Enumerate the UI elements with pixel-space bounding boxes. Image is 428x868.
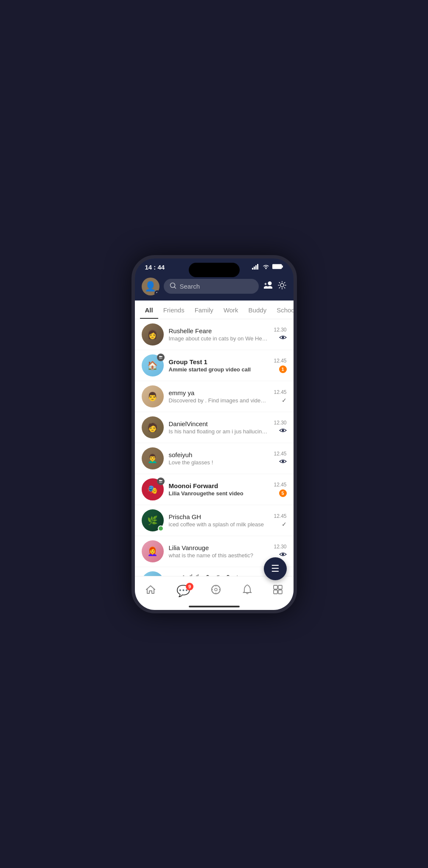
chat-time: 12.45 xyxy=(274,358,286,364)
group-badge xyxy=(157,478,165,485)
svg-point-4 xyxy=(265,268,266,269)
tab-all[interactable]: All xyxy=(140,301,158,319)
chat-name: sofeiyuh xyxy=(169,451,269,458)
chat-content: Lilia Vanrouge what is the name of this … xyxy=(169,544,269,559)
chat-time: 12.30 xyxy=(274,327,286,333)
chat-item-3[interactable]: 👨 emmy ya Discovered by . Find images an… xyxy=(135,381,294,412)
chat-name: Group Test 1 xyxy=(169,358,269,365)
avatar: 👩‍🦰 xyxy=(142,540,164,562)
grid-icon xyxy=(273,584,283,597)
avatar: 👨‍🦱 xyxy=(142,447,164,469)
svg-rect-6 xyxy=(282,265,283,267)
phone-frame: 14 : 44 xyxy=(131,255,297,613)
eye-icon xyxy=(279,458,287,466)
messages-badge: 9 xyxy=(186,583,193,590)
header-actions xyxy=(263,281,287,292)
avatar-wrap: 🧑 xyxy=(142,416,164,438)
chat-preview: Image about cute in cats by on We Heart … xyxy=(169,335,269,342)
svg-rect-2 xyxy=(255,265,257,270)
tab-buddy[interactable]: Buddy xyxy=(243,301,272,319)
chat-content: Prischa GH iced coffee with a splash of … xyxy=(169,513,269,528)
chat-item-6[interactable]: 🎭 Moonoi Forward Lilia Vanrougethe sent … xyxy=(135,474,294,505)
chat-item-4[interactable]: 🧑 DanielVincent Is his hand floating or … xyxy=(135,412,294,443)
chat-meta: 12.45 1 xyxy=(274,358,286,373)
chat-list: 👩 Rushelle Feare Image about cute in cat… xyxy=(135,319,294,586)
avatar: 🧑 xyxy=(142,416,164,438)
chat-meta: 12.45 ✓ xyxy=(274,389,286,404)
nav-item-home[interactable] xyxy=(145,584,156,597)
tab-school[interactable]: School xyxy=(271,301,293,319)
avatar-dropdown-icon[interactable]: ▼ xyxy=(154,290,159,295)
chat-time: 12.45 xyxy=(274,513,286,519)
compose-icon: ☰ xyxy=(271,563,280,574)
search-placeholder: Search xyxy=(180,283,200,290)
compose-fab[interactable]: ☰ xyxy=(264,557,287,580)
chat-name: Moonoi Forward xyxy=(169,482,269,489)
chat-name: emmy ya xyxy=(169,389,269,396)
chat-time: 12.45 xyxy=(274,482,286,488)
search-icon xyxy=(170,282,176,290)
tab-family[interactable]: Family xyxy=(190,301,218,319)
profile-avatar[interactable]: 👤 ▼ xyxy=(142,278,159,295)
nav-item-messages[interactable]: 💬 9 xyxy=(176,584,190,598)
battery-icon xyxy=(272,264,283,271)
svg-rect-28 xyxy=(278,585,282,589)
wifi-icon xyxy=(262,264,270,271)
chat-time: 12.45 xyxy=(274,389,286,395)
tab-work[interactable]: Work xyxy=(218,301,243,319)
svg-rect-27 xyxy=(274,585,277,589)
nav-item-apps[interactable] xyxy=(273,584,283,597)
time: 14 : 44 xyxy=(145,264,165,271)
chat-content: DanielVincent Is his hand floating or am… xyxy=(169,420,269,435)
chat-preview: Discovered by . Find images and videos a… xyxy=(169,397,269,404)
chat-content: sofeiyuh Love the glasses ! xyxy=(169,451,269,466)
svg-rect-1 xyxy=(254,267,255,270)
chat-preview: Ammie started group video call xyxy=(169,366,269,373)
search-bar[interactable]: Search xyxy=(164,279,259,294)
home-indicator xyxy=(189,606,240,607)
chat-tabs: All Friends Family Work Buddy School xyxy=(135,301,294,319)
signal-icon xyxy=(252,264,260,271)
chat-item-2[interactable]: 🏠 Group Test 1 Ammie started group video… xyxy=(135,350,294,381)
chat-name: Prischa GH xyxy=(169,513,269,520)
svg-point-22 xyxy=(215,588,217,591)
chat-content: Group Test 1 Ammie started group video c… xyxy=(169,358,269,373)
chat-content: Moonoi Forward Lilia Vanrougethe sent vi… xyxy=(169,482,269,497)
add-contact-icon[interactable] xyxy=(263,281,273,292)
avatar-wrap: 🏠 xyxy=(142,354,164,376)
chat-meta: 12.45 5 xyxy=(274,482,286,497)
eye-icon xyxy=(279,427,287,435)
avatar-wrap: 👨 xyxy=(142,385,164,407)
unread-badge: 1 xyxy=(279,365,287,373)
nav-item-explore[interactable] xyxy=(210,584,221,598)
svg-rect-3 xyxy=(257,264,258,270)
svg-rect-30 xyxy=(278,590,282,594)
svg-point-11 xyxy=(282,336,284,338)
group-badge xyxy=(157,354,165,361)
chat-meta: 12.45 xyxy=(274,451,286,466)
chat-meta: 12.45 ✓ xyxy=(274,513,286,528)
avatar-wrap: 👨‍🦱 xyxy=(142,447,164,469)
chat-preview: Love the glasses ! xyxy=(169,459,269,466)
chat-time: 12.45 xyxy=(274,451,286,457)
svg-point-19 xyxy=(282,553,284,555)
explore-icon xyxy=(210,584,221,598)
settings-icon[interactable] xyxy=(277,281,287,292)
chat-item-5[interactable]: 👨‍🦱 sofeiyuh Love the glasses ! 12.45 xyxy=(135,443,294,474)
chat-item-7[interactable]: 🌿 Prischa GH iced coffee with a splash o… xyxy=(135,505,294,536)
tab-friends[interactable]: Friends xyxy=(158,301,190,319)
svg-point-16 xyxy=(159,480,161,481)
svg-point-14 xyxy=(282,429,284,431)
chat-time: 12.30 xyxy=(274,544,286,550)
chat-item-1[interactable]: 👩 Rushelle Feare Image about cute in cat… xyxy=(135,319,294,350)
avatar-wrap: 🎭 xyxy=(142,478,164,500)
home-icon xyxy=(145,584,156,597)
chat-preview: iced coffee with a splash of milk please xyxy=(169,521,269,528)
svg-rect-29 xyxy=(274,590,277,594)
tabs-container: All Friends Family Work Buddy School xyxy=(135,301,294,319)
eye-icon xyxy=(279,334,287,342)
bell-icon xyxy=(242,584,252,598)
chat-name: Rushelle Feare xyxy=(169,327,269,334)
avatar-wrap: 🌿 xyxy=(142,509,164,531)
nav-item-notifications[interactable] xyxy=(242,584,252,598)
